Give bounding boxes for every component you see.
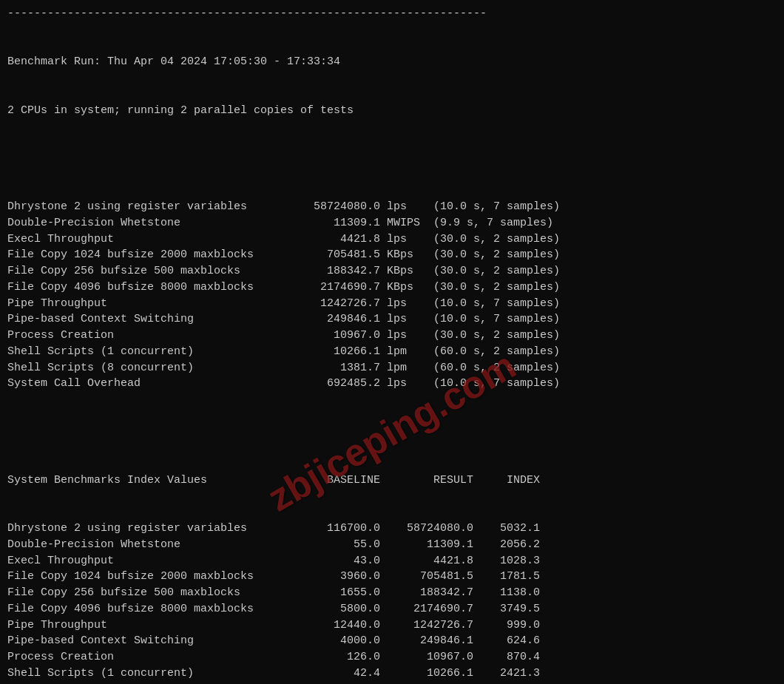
raw-result-row: Execl Throughput 4421.8 lps (30.0 s, 2 s… [7,231,777,248]
raw-result-row: Double-Precision Whetstone 11309.1 MWIPS… [7,215,777,231]
cpu-info-label: 2 CPUs in system; running 2 parallel cop… [7,103,777,119]
index-result-row: Pipe Throughput 12440.0 1242726.7 999.0 [7,617,777,634]
raw-result-row: System Call Overhead 692485.2 lps (10.0 … [7,376,777,392]
raw-result-row: Process Creation 10967.0 lps (30.0 s, 2 … [7,328,777,344]
raw-result-row: Dhrystone 2 using register variables 587… [7,199,777,215]
index-results-section: Dhrystone 2 using register variables 116… [7,521,777,684]
index-result-row: Execl Throughput 43.0 4421.8 1028.3 [7,553,777,569]
raw-result-row: Shell Scripts (8 concurrent) 1381.7 lpm … [7,360,777,376]
raw-result-row: File Copy 4096 bufsize 8000 maxblocks 21… [7,280,777,296]
benchmark-run-label: Benchmark Run: Thu Apr 04 2024 17:05:30 … [7,54,777,70]
raw-results-section: Dhrystone 2 using register variables 587… [7,199,777,392]
raw-result-row: Pipe Throughput 1242726.7 lps (10.0 s, 7… [7,296,777,312]
raw-result-row: Pipe-based Context Switching 249846.1 lp… [7,311,777,328]
index-header-row: System Benchmarks Index Values BASELINE … [7,473,777,489]
index-result-row: Shell Scripts (8 concurrent) 6.0 1381.7 … [7,682,777,685]
index-result-row: File Copy 256 bufsize 500 maxblocks 1655… [7,585,777,601]
terminal-output: ----------------------------------------… [7,6,777,684]
raw-result-row: Shell Scripts (1 concurrent) 10266.1 lpm… [7,344,777,360]
index-result-row: Double-Precision Whetstone 55.0 11309.1 … [7,537,777,553]
index-result-row: Dhrystone 2 using register variables 116… [7,521,777,537]
raw-result-row: File Copy 256 bufsize 500 maxblocks 1883… [7,263,777,280]
raw-result-row: File Copy 1024 bufsize 2000 maxblocks 70… [7,247,777,263]
separator-line: ----------------------------------------… [7,6,777,22]
index-result-row: Pipe-based Context Switching 4000.0 2498… [7,633,777,649]
index-result-row: Process Creation 126.0 10967.0 870.4 [7,649,777,666]
index-result-row: File Copy 4096 bufsize 8000 maxblocks 58… [7,601,777,617]
index-result-row: Shell Scripts (1 concurrent) 42.4 10266.… [7,666,777,682]
index-result-row: File Copy 1024 bufsize 2000 maxblocks 39… [7,569,777,585]
